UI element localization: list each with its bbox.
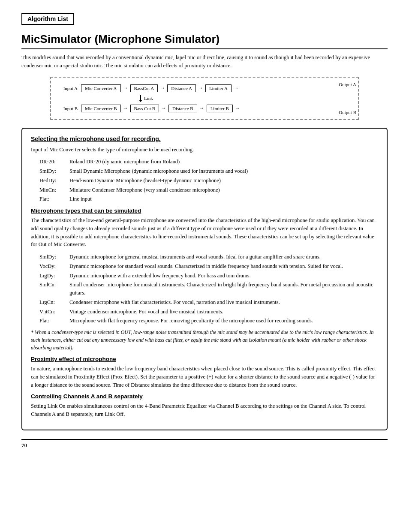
section3-title: Proximity effect of microphone — [31, 356, 378, 362]
section1-terms: DR-20: Roland DR-20 (dynamic microphone … — [39, 158, 378, 203]
page-number: 70 — [21, 442, 388, 449]
diagram-row-b: Input B Mic Converter B → Bass Cut B → D… — [55, 105, 337, 112]
list-item: Flat: Line input — [39, 195, 378, 203]
limiter-a: Limiter A — [205, 84, 232, 92]
arrow-tip — [139, 100, 142, 102]
term-val: Miniature Condenser Microphone (very sma… — [69, 186, 378, 194]
link-down-arrow — [139, 95, 142, 102]
intro-text: This modifies sound that was recorded by… — [21, 54, 388, 70]
mic-converter-a: Mic Converter A — [81, 84, 121, 92]
diagram-row-a: Input A Mic Converter A → BassCut A → Di… — [55, 84, 337, 92]
list-item: Flat: Microphone with flat frequency res… — [39, 317, 378, 325]
list-item: LrgCn: Condenser microphone with flat ch… — [39, 298, 378, 307]
mic-converter-b: Mic Converter B — [81, 105, 121, 112]
arrow2a: → — [160, 85, 165, 91]
limiter-b: Limiter B — [207, 105, 233, 112]
term-val: Head-worn Dynamic Microphone (headset-ty… — [69, 177, 378, 185]
main-content-box: Selecting the microphone used for record… — [21, 128, 388, 430]
arrow3a: → — [198, 85, 203, 91]
term-key: VntCn: — [39, 308, 69, 316]
term-val: Condenser microphone with flat character… — [69, 298, 378, 307]
arrow-stem — [140, 95, 141, 100]
arrow3b: → — [199, 105, 204, 111]
term-val: Roland DR-20 (dynamic microphone from Ro… — [69, 158, 378, 166]
section3-body: In nature, a microphone tends to extend … — [31, 365, 378, 389]
arrow2b: → — [161, 105, 166, 111]
list-item: HedDy: Head-worn Dynamic Microphone (hea… — [39, 177, 378, 185]
footer-rule — [21, 439, 388, 440]
input-a-label: Input A — [55, 86, 81, 91]
title-divider — [21, 48, 388, 49]
list-item: VntCn: Vintage condenser microphone. For… — [39, 308, 378, 316]
section4-title: Controlling Channels A and B separately — [31, 393, 378, 400]
arrow4a: → — [234, 85, 239, 91]
term-key: HedDy: — [39, 177, 69, 185]
arrow4b: → — [235, 105, 240, 111]
term-key: Flat: — [39, 317, 69, 325]
term-val: Dynamic microphone with a extended low f… — [69, 272, 378, 280]
term-key: SmlDy: — [39, 167, 69, 175]
list-item: SmlDy: Dynamic microphone for general mu… — [39, 253, 378, 261]
term-val: Dynamic microphone for general musical i… — [69, 253, 378, 261]
section2-note: * When a condenser-type mic is selected … — [31, 328, 378, 352]
output-a-label: Output A — [339, 82, 356, 87]
section1-intro: Input of Mic Converter selects the type … — [31, 146, 378, 154]
section2-intro: The characteristics of the low-end gener… — [31, 216, 378, 249]
input-b-label: Input B — [55, 106, 81, 111]
basscut-a: BassCut A — [130, 84, 158, 92]
output-b-label: Output B — [339, 110, 356, 115]
basscut-b: Bass Cut B — [130, 105, 159, 112]
term-key: LrgDy: — [39, 272, 69, 280]
term-val: Microphone with flat frequency response.… — [69, 317, 378, 325]
list-item: DR-20: Roland DR-20 (dynamic microphone … — [39, 158, 378, 166]
list-item: VocDy: Dynamic microphone for standard v… — [39, 262, 378, 271]
term-val: Dynamic microphone for standard vocal so… — [69, 262, 378, 271]
page: Algorithm List MicSimulator (Microphone … — [0, 0, 409, 532]
term-key: SmlDy: — [39, 253, 69, 261]
arrow1b: → — [123, 105, 128, 111]
arrow1a: → — [123, 85, 128, 91]
term-val: Vintage condenser microphone. For vocal … — [69, 308, 378, 316]
term-val: Line input — [69, 195, 378, 203]
term-key: SmlCn: — [39, 281, 69, 297]
section2-terms: SmlDy: Dynamic microphone for general mu… — [39, 253, 378, 325]
term-key: DR-20: — [39, 158, 69, 166]
link-zone: Link — [139, 95, 337, 102]
term-key: MinCn: — [39, 186, 69, 194]
section1-title: Selecting the microphone used for record… — [31, 135, 378, 142]
distance-b: Distance B — [168, 105, 197, 112]
term-val: Small Dynamic Microphone (dynamic microp… — [69, 167, 378, 175]
list-item: SmlCn: Small condenser microphone for mu… — [39, 281, 378, 297]
term-key: VocDy: — [39, 262, 69, 271]
page-title: MicSimulator (Microphone Simulator) — [21, 33, 388, 46]
section4-body: Setting Link On enables simultaneous con… — [31, 402, 378, 418]
list-item: LrgDy: Dynamic microphone with a extende… — [39, 272, 378, 280]
diagram-border: Input A Mic Converter A → BassCut A → Di… — [50, 77, 359, 120]
link-label: Link — [144, 96, 153, 101]
list-item: SmlDy: Small Dynamic Microphone (dynamic… — [39, 167, 378, 175]
term-key: LrgCn: — [39, 298, 69, 307]
signal-flow-diagram: Input A Mic Converter A → BassCut A → Di… — [50, 77, 359, 120]
distance-a: Distance A — [167, 84, 196, 92]
term-val: Small condenser microphone for musical i… — [69, 281, 378, 297]
section2-title: Microphone types that can be simulated — [31, 207, 378, 214]
list-item: MinCn: Miniature Condenser Microphone (v… — [39, 186, 378, 194]
term-key: Flat: — [39, 195, 69, 203]
header-label: Algorithm List — [21, 13, 74, 25]
